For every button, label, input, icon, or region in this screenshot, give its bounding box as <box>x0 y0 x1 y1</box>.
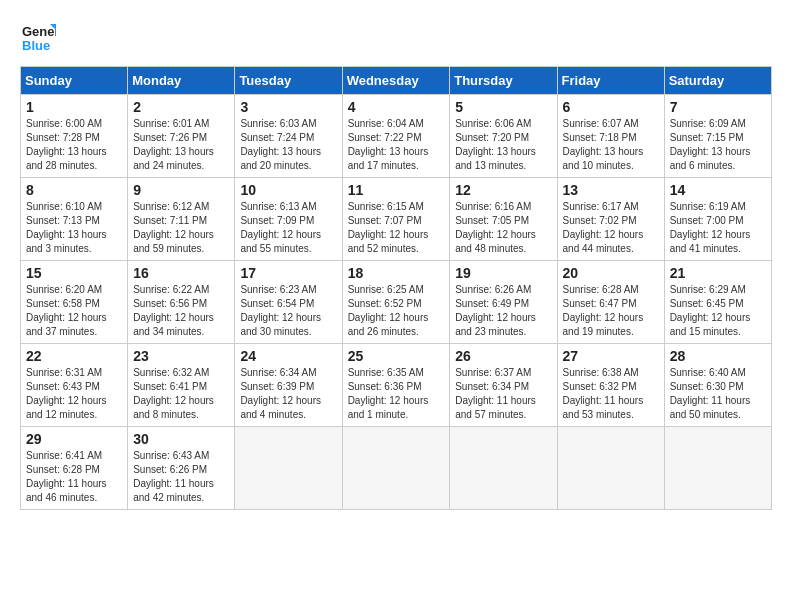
day-number: 29 <box>26 431 122 447</box>
day-info: Sunrise: 6:32 AMSunset: 6:41 PMDaylight:… <box>133 366 229 422</box>
calendar-week-2: 8 Sunrise: 6:10 AMSunset: 7:13 PMDayligh… <box>21 178 772 261</box>
calendar-day-13: 13 Sunrise: 6:17 AMSunset: 7:02 PMDaylig… <box>557 178 664 261</box>
day-info: Sunrise: 6:13 AMSunset: 7:09 PMDaylight:… <box>240 200 336 256</box>
col-header-monday: Monday <box>128 67 235 95</box>
col-header-sunday: Sunday <box>21 67 128 95</box>
day-number: 18 <box>348 265 445 281</box>
day-number: 13 <box>563 182 659 198</box>
day-number: 9 <box>133 182 229 198</box>
day-number: 12 <box>455 182 551 198</box>
calendar-day-10: 10 Sunrise: 6:13 AMSunset: 7:09 PMDaylig… <box>235 178 342 261</box>
day-number: 14 <box>670 182 766 198</box>
day-number: 26 <box>455 348 551 364</box>
day-info: Sunrise: 6:19 AMSunset: 7:00 PMDaylight:… <box>670 200 766 256</box>
day-info: Sunrise: 6:34 AMSunset: 6:39 PMDaylight:… <box>240 366 336 422</box>
day-info: Sunrise: 6:23 AMSunset: 6:54 PMDaylight:… <box>240 283 336 339</box>
day-number: 2 <box>133 99 229 115</box>
day-number: 3 <box>240 99 336 115</box>
day-info: Sunrise: 6:00 AMSunset: 7:28 PMDaylight:… <box>26 117 122 173</box>
logo-svg: General Blue <box>20 20 56 56</box>
calendar-day-23: 23 Sunrise: 6:32 AMSunset: 6:41 PMDaylig… <box>128 344 235 427</box>
calendar-day-16: 16 Sunrise: 6:22 AMSunset: 6:56 PMDaylig… <box>128 261 235 344</box>
col-header-tuesday: Tuesday <box>235 67 342 95</box>
page-header: General Blue <box>20 20 772 56</box>
day-info: Sunrise: 6:35 AMSunset: 6:36 PMDaylight:… <box>348 366 445 422</box>
calendar-table: SundayMondayTuesdayWednesdayThursdayFrid… <box>20 66 772 510</box>
day-info: Sunrise: 6:06 AMSunset: 7:20 PMDaylight:… <box>455 117 551 173</box>
empty-cell <box>557 427 664 510</box>
day-info: Sunrise: 6:26 AMSunset: 6:49 PMDaylight:… <box>455 283 551 339</box>
calendar-day-25: 25 Sunrise: 6:35 AMSunset: 6:36 PMDaylig… <box>342 344 450 427</box>
day-number: 5 <box>455 99 551 115</box>
calendar-day-29: 29 Sunrise: 6:41 AMSunset: 6:28 PMDaylig… <box>21 427 128 510</box>
day-info: Sunrise: 6:03 AMSunset: 7:24 PMDaylight:… <box>240 117 336 173</box>
day-info: Sunrise: 6:40 AMSunset: 6:30 PMDaylight:… <box>670 366 766 422</box>
day-number: 11 <box>348 182 445 198</box>
calendar-day-5: 5 Sunrise: 6:06 AMSunset: 7:20 PMDayligh… <box>450 95 557 178</box>
empty-cell <box>235 427 342 510</box>
calendar-day-22: 22 Sunrise: 6:31 AMSunset: 6:43 PMDaylig… <box>21 344 128 427</box>
day-number: 27 <box>563 348 659 364</box>
calendar-day-19: 19 Sunrise: 6:26 AMSunset: 6:49 PMDaylig… <box>450 261 557 344</box>
day-number: 23 <box>133 348 229 364</box>
calendar-day-18: 18 Sunrise: 6:25 AMSunset: 6:52 PMDaylig… <box>342 261 450 344</box>
day-number: 1 <box>26 99 122 115</box>
day-info: Sunrise: 6:29 AMSunset: 6:45 PMDaylight:… <box>670 283 766 339</box>
day-number: 22 <box>26 348 122 364</box>
calendar-day-26: 26 Sunrise: 6:37 AMSunset: 6:34 PMDaylig… <box>450 344 557 427</box>
calendar-day-30: 30 Sunrise: 6:43 AMSunset: 6:26 PMDaylig… <box>128 427 235 510</box>
day-info: Sunrise: 6:37 AMSunset: 6:34 PMDaylight:… <box>455 366 551 422</box>
calendar-day-14: 14 Sunrise: 6:19 AMSunset: 7:00 PMDaylig… <box>664 178 771 261</box>
empty-cell <box>664 427 771 510</box>
day-info: Sunrise: 6:10 AMSunset: 7:13 PMDaylight:… <box>26 200 122 256</box>
day-number: 21 <box>670 265 766 281</box>
calendar-day-8: 8 Sunrise: 6:10 AMSunset: 7:13 PMDayligh… <box>21 178 128 261</box>
calendar-day-28: 28 Sunrise: 6:40 AMSunset: 6:30 PMDaylig… <box>664 344 771 427</box>
calendar-day-9: 9 Sunrise: 6:12 AMSunset: 7:11 PMDayligh… <box>128 178 235 261</box>
day-info: Sunrise: 6:20 AMSunset: 6:58 PMDaylight:… <box>26 283 122 339</box>
day-number: 4 <box>348 99 445 115</box>
day-info: Sunrise: 6:31 AMSunset: 6:43 PMDaylight:… <box>26 366 122 422</box>
calendar-day-4: 4 Sunrise: 6:04 AMSunset: 7:22 PMDayligh… <box>342 95 450 178</box>
day-info: Sunrise: 6:07 AMSunset: 7:18 PMDaylight:… <box>563 117 659 173</box>
calendar-day-15: 15 Sunrise: 6:20 AMSunset: 6:58 PMDaylig… <box>21 261 128 344</box>
day-number: 19 <box>455 265 551 281</box>
calendar-day-1: 1 Sunrise: 6:00 AMSunset: 7:28 PMDayligh… <box>21 95 128 178</box>
svg-text:Blue: Blue <box>22 38 50 53</box>
day-number: 17 <box>240 265 336 281</box>
day-number: 24 <box>240 348 336 364</box>
day-info: Sunrise: 6:43 AMSunset: 6:26 PMDaylight:… <box>133 449 229 505</box>
calendar-week-3: 15 Sunrise: 6:20 AMSunset: 6:58 PMDaylig… <box>21 261 772 344</box>
empty-cell <box>342 427 450 510</box>
day-info: Sunrise: 6:12 AMSunset: 7:11 PMDaylight:… <box>133 200 229 256</box>
empty-cell <box>450 427 557 510</box>
calendar-day-7: 7 Sunrise: 6:09 AMSunset: 7:15 PMDayligh… <box>664 95 771 178</box>
day-info: Sunrise: 6:04 AMSunset: 7:22 PMDaylight:… <box>348 117 445 173</box>
day-info: Sunrise: 6:16 AMSunset: 7:05 PMDaylight:… <box>455 200 551 256</box>
day-number: 16 <box>133 265 229 281</box>
day-number: 20 <box>563 265 659 281</box>
col-header-friday: Friday <box>557 67 664 95</box>
calendar-week-1: 1 Sunrise: 6:00 AMSunset: 7:28 PMDayligh… <box>21 95 772 178</box>
day-number: 10 <box>240 182 336 198</box>
calendar-day-27: 27 Sunrise: 6:38 AMSunset: 6:32 PMDaylig… <box>557 344 664 427</box>
calendar-day-21: 21 Sunrise: 6:29 AMSunset: 6:45 PMDaylig… <box>664 261 771 344</box>
day-info: Sunrise: 6:17 AMSunset: 7:02 PMDaylight:… <box>563 200 659 256</box>
col-header-wednesday: Wednesday <box>342 67 450 95</box>
day-info: Sunrise: 6:28 AMSunset: 6:47 PMDaylight:… <box>563 283 659 339</box>
day-number: 25 <box>348 348 445 364</box>
col-header-saturday: Saturday <box>664 67 771 95</box>
day-number: 8 <box>26 182 122 198</box>
day-number: 28 <box>670 348 766 364</box>
col-header-thursday: Thursday <box>450 67 557 95</box>
calendar-day-20: 20 Sunrise: 6:28 AMSunset: 6:47 PMDaylig… <box>557 261 664 344</box>
calendar-week-5: 29 Sunrise: 6:41 AMSunset: 6:28 PMDaylig… <box>21 427 772 510</box>
day-info: Sunrise: 6:41 AMSunset: 6:28 PMDaylight:… <box>26 449 122 505</box>
calendar-day-12: 12 Sunrise: 6:16 AMSunset: 7:05 PMDaylig… <box>450 178 557 261</box>
day-info: Sunrise: 6:38 AMSunset: 6:32 PMDaylight:… <box>563 366 659 422</box>
logo: General Blue <box>20 20 56 56</box>
day-info: Sunrise: 6:22 AMSunset: 6:56 PMDaylight:… <box>133 283 229 339</box>
svg-text:General: General <box>22 24 56 39</box>
day-info: Sunrise: 6:15 AMSunset: 7:07 PMDaylight:… <box>348 200 445 256</box>
calendar-day-17: 17 Sunrise: 6:23 AMSunset: 6:54 PMDaylig… <box>235 261 342 344</box>
